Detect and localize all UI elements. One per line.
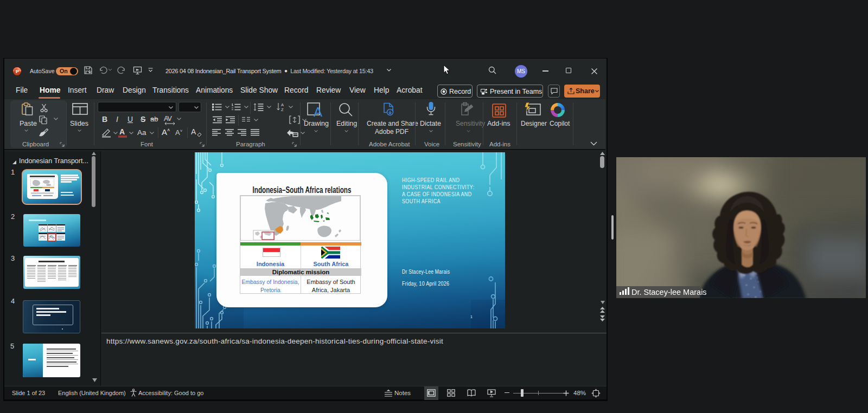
- svg-text:A: A: [281, 102, 284, 107]
- svg-text:Z: Z: [281, 107, 284, 112]
- svg-text:Dr. Stacey-lee Marais: Dr. Stacey-lee Marais: [631, 288, 707, 296]
- svg-text:P: P: [16, 69, 19, 74]
- svg-text:A: A: [314, 105, 322, 117]
